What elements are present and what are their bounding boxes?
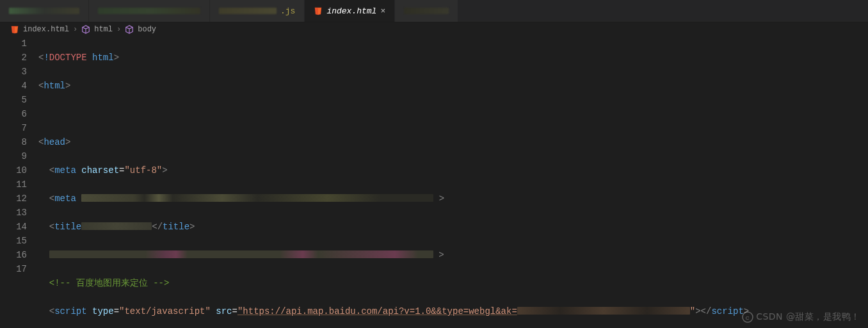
html-file-icon — [10, 25, 19, 34]
tab-label: .js — [280, 6, 295, 16]
chevron-right-icon: › — [117, 25, 121, 34]
editor-tab[interactable] — [395, 0, 458, 22]
editor-tab-index-html[interactable]: index.html × — [305, 0, 395, 22]
watermark: C CSDN @甜菜，是我鸭！ — [742, 311, 860, 323]
code-editor[interactable]: 1234 5678 9101112 13141516 17 <!DOCTYPE … — [0, 37, 868, 328]
csdn-logo-icon: C — [742, 311, 753, 323]
breadcrumb-segment[interactable]: html — [94, 25, 113, 34]
breadcrumb-segment[interactable]: body — [138, 25, 156, 34]
editor-tab[interactable] — [89, 0, 210, 22]
tabs-bar: .js index.html × — [0, 0, 868, 22]
html-file-icon — [314, 6, 323, 15]
cube-icon — [81, 25, 90, 34]
editor-tab[interactable] — [0, 0, 89, 22]
code-area[interactable]: <!DOCTYPE html> <html> <head> <meta char… — [38, 37, 868, 328]
svg-text:C: C — [746, 315, 750, 321]
cube-icon — [125, 25, 134, 34]
breadcrumb-file[interactable]: index.html — [23, 25, 69, 34]
line-gutter: 1234 5678 9101112 13141516 17 — [0, 37, 38, 328]
breadcrumb: index.html › html › body — [0, 22, 868, 37]
editor-tab-js[interactable]: .js — [210, 0, 305, 22]
close-icon[interactable]: × — [380, 6, 385, 16]
tab-label: index.html — [326, 6, 376, 16]
chevron-right-icon: › — [73, 25, 77, 34]
